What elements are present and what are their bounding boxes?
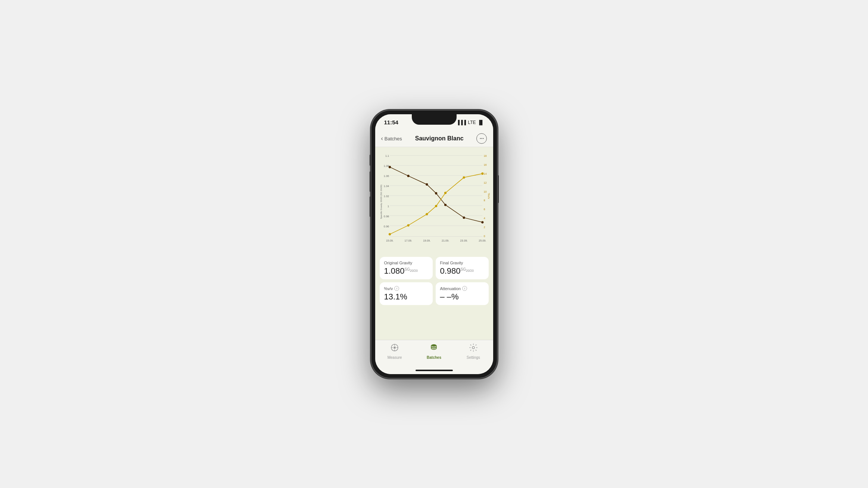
abv-label: %v/v i	[384, 286, 428, 291]
svg-text:0: 0	[483, 234, 485, 237]
back-label: Batches	[385, 136, 402, 142]
signal-icon: ▐▐▐	[457, 120, 466, 125]
svg-text:14: 14	[483, 172, 486, 175]
svg-point-45	[426, 213, 428, 215]
home-bar	[416, 370, 453, 371]
svg-text:6: 6	[483, 208, 485, 211]
power-button	[498, 175, 499, 203]
svg-point-37	[407, 175, 409, 177]
svg-text:8: 8	[483, 199, 485, 202]
battery-icon: ▐▌	[477, 120, 484, 125]
svg-text:1.08: 1.08	[383, 164, 389, 168]
svg-text:1.1: 1.1	[385, 154, 389, 158]
status-time: 11:54	[384, 119, 398, 125]
svg-text:19.09.: 19.09.	[423, 239, 430, 242]
batches-icon	[429, 343, 438, 354]
measure-tab-label: Measure	[388, 355, 402, 360]
svg-text:1.02: 1.02	[383, 195, 389, 198]
original-gravity-unit: SG20/20	[405, 267, 418, 271]
svg-point-48	[463, 176, 465, 178]
svg-text:0.98: 0.98	[383, 214, 389, 218]
original-gravity-label: Original Gravity	[384, 261, 428, 265]
phone-frame: 11:54 ▐▐▐ LTE ▐▌ ‹ Batches Sauvignon Bla…	[371, 110, 498, 379]
chart-svg: 1.1 1.08 1.06 1.04 1.02 1 0.98 0.96 18 1…	[378, 152, 490, 248]
notch	[412, 114, 457, 125]
svg-point-57	[472, 346, 475, 349]
tab-batches[interactable]: Batches	[423, 343, 445, 360]
svg-point-43	[388, 233, 391, 235]
svg-text:25.09.: 25.09.	[479, 239, 486, 242]
final-gravity-label: Final Gravity	[440, 261, 484, 265]
svg-text:23.09.: 23.09.	[460, 239, 467, 242]
volume-down-button	[370, 196, 371, 217]
chart-container: 1.1 1.08 1.06 1.04 1.02 1 0.98 0.96 18 1…	[375, 147, 493, 253]
tab-settings[interactable]: Settings	[462, 343, 485, 360]
mute-button	[370, 155, 371, 166]
svg-text:1.04: 1.04	[383, 184, 389, 188]
svg-text:16: 16	[483, 163, 486, 167]
nav-bar: ‹ Batches Sauvignon Blanc ···	[375, 131, 493, 147]
svg-text:12: 12	[483, 181, 486, 184]
svg-text:21.09.: 21.09.	[441, 239, 449, 242]
phone-screen: 11:54 ▐▐▐ LTE ▐▌ ‹ Batches Sauvignon Bla…	[375, 114, 493, 374]
svg-text:1.06: 1.06	[383, 174, 389, 178]
original-gravity-value: 1.080SG20/20	[384, 267, 428, 276]
svg-point-36	[388, 166, 391, 168]
final-gravity-card: Final Gravity 0.980SG20/20	[436, 257, 489, 279]
final-gravity-value: 0.980SG20/20	[440, 267, 484, 276]
more-button[interactable]: ···	[476, 133, 487, 144]
svg-text:18: 18	[483, 154, 486, 158]
attenuation-label: Attenuation i	[440, 286, 484, 291]
svg-text:17.09.: 17.09.	[404, 239, 412, 242]
svg-text:%v/v: %v/v	[487, 193, 490, 199]
chevron-left-icon: ‹	[381, 135, 383, 142]
svg-point-47	[444, 192, 446, 194]
svg-point-46	[435, 205, 437, 207]
original-gravity-card: Original Gravity 1.080SG20/20	[380, 257, 433, 279]
home-indicator	[375, 367, 493, 374]
svg-rect-0	[390, 155, 482, 236]
svg-text:10: 10	[483, 190, 486, 193]
svg-point-41	[463, 216, 465, 218]
stats-grid: Original Gravity 1.080SG20/20 Final Grav…	[375, 252, 493, 307]
svg-point-49	[481, 172, 483, 174]
svg-text:2: 2	[483, 225, 485, 229]
back-button[interactable]: ‹ Batches	[381, 135, 402, 142]
svg-text:0.96: 0.96	[383, 224, 389, 228]
svg-point-51	[393, 346, 396, 349]
attenuation-value: – –%	[440, 292, 484, 301]
measure-icon	[390, 343, 399, 354]
svg-text:4: 4	[483, 217, 485, 220]
final-gravity-unit: SG20/20	[461, 267, 474, 271]
status-icons: ▐▐▐ LTE ▐▌	[457, 120, 484, 125]
abv-card: %v/v i 13.1%	[380, 282, 433, 305]
svg-point-38	[426, 183, 428, 185]
svg-point-40	[444, 203, 446, 206]
attenuation-card: Attenuation i – –%	[436, 282, 489, 305]
settings-icon	[469, 343, 478, 354]
svg-text:1: 1	[387, 204, 389, 208]
svg-point-39	[435, 192, 437, 194]
more-icon: ···	[480, 136, 484, 142]
svg-text:15.09.: 15.09.	[386, 239, 393, 242]
main-content: 1.1 1.08 1.06 1.04 1.02 1 0.98 0.96 18 1…	[375, 147, 493, 340]
abv-value: 13.1%	[384, 292, 428, 301]
svg-point-44	[407, 224, 409, 226]
svg-point-42	[481, 221, 483, 223]
volume-up-button	[370, 171, 371, 192]
tab-measure[interactable]: Measure	[383, 343, 406, 360]
abv-info-icon[interactable]: i	[394, 286, 399, 291]
svg-text:Specific Gravity 20/20 (SG 20/: Specific Gravity 20/20 (SG 20/20)	[380, 184, 382, 219]
network-label: LTE	[468, 120, 476, 125]
page-title: Sauvignon Blanc	[415, 135, 464, 142]
tab-bar: Measure Batches	[375, 340, 493, 367]
batches-tab-label: Batches	[427, 355, 441, 360]
settings-tab-label: Settings	[467, 355, 480, 360]
attenuation-info-icon[interactable]: i	[462, 286, 467, 291]
